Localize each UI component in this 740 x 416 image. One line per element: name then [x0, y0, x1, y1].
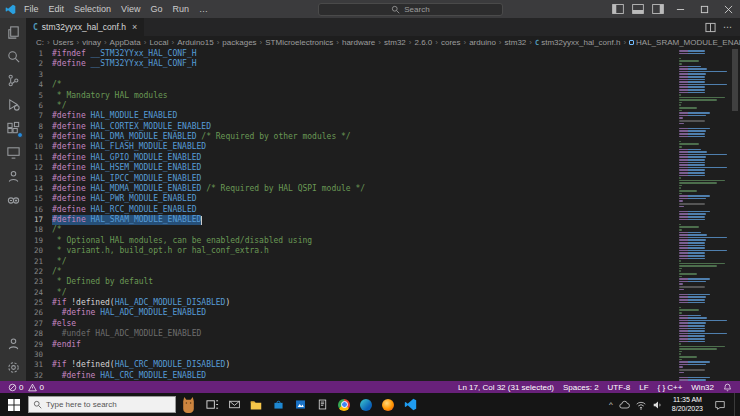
- command-center-search[interactable]: Search: [318, 3, 503, 16]
- code-line-27[interactable]: 27#else: [26, 319, 676, 329]
- sidebar-item-explorer[interactable]: [0, 20, 26, 44]
- code-line-2[interactable]: 2#define __STM32YYxx_HAL_CONF_H: [26, 59, 676, 69]
- hidden-icons-chevron[interactable]: ^: [609, 400, 613, 409]
- scrollbar-thumb[interactable]: [732, 49, 738, 111]
- photos-icon[interactable]: [289, 393, 311, 416]
- code-line-10[interactable]: 10#define HAL_FLASH_MODULE_ENABLED: [26, 142, 676, 152]
- onedrive-cloud-icon[interactable]: [618, 399, 630, 411]
- breadcrumb-item[interactable]: Cstm32yyxx_hal_conf.h: [535, 38, 620, 47]
- file-explorer-icon[interactable]: [245, 393, 267, 416]
- breadcrumb-item[interactable]: packages: [222, 38, 256, 47]
- problems-status[interactable]: 0 0: [8, 383, 44, 392]
- breadcrumb-item[interactable]: stm32: [384, 38, 406, 47]
- menu-go[interactable]: Go: [145, 4, 167, 14]
- menu-file[interactable]: File: [19, 4, 44, 14]
- code-line-31[interactable]: 31#if !defined(HAL_CRC_MODULE_DISABLED): [26, 360, 676, 370]
- sidebar-item-source-control[interactable]: [0, 68, 26, 92]
- sidebar-item-run-and-debug[interactable]: [0, 92, 26, 116]
- tab-stm32yyxx-hal-conf[interactable]: C stm32yyxx_hal_conf.h ×: [26, 18, 144, 36]
- notifications-bell-icon[interactable]: [723, 383, 732, 392]
- code-line-12[interactable]: 12#define HAL_HSEM_MODULE_ENABLED: [26, 163, 676, 173]
- store-icon[interactable]: [267, 393, 289, 416]
- cpp-configuration-status[interactable]: Win32: [691, 383, 714, 392]
- sidebar-item-live-share[interactable]: [0, 164, 26, 188]
- breadcrumb-item[interactable]: stm32: [505, 38, 527, 47]
- minimize-button[interactable]: [668, 0, 692, 18]
- code-line-30[interactable]: 30: [26, 350, 676, 360]
- breadcrumb-item[interactable]: Users: [53, 38, 74, 47]
- sidebar-item-search[interactable]: [0, 44, 26, 68]
- code-line-29[interactable]: 29#endif: [26, 340, 676, 350]
- chrome-icon[interactable]: [333, 393, 355, 416]
- code-line-11[interactable]: 11#define HAL_GPIO_MODULE_ENABLED: [26, 153, 676, 163]
- breadcrumb-item[interactable]: hardware: [342, 38, 375, 47]
- code-line-28[interactable]: 28 #undef HAL_ADC_MODULE_ENABLED: [26, 329, 676, 339]
- code-line-8[interactable]: 8#define HAL_CORTEX_MODULE_ENABLED: [26, 122, 676, 132]
- menu-run[interactable]: Run: [167, 4, 194, 14]
- breadcrumb-item[interactable]: Local: [149, 38, 168, 47]
- code-line-16[interactable]: 16#define HAL_RCC_MODULE_ENABLED: [26, 205, 676, 215]
- code-line-15[interactable]: 15#define HAL_PWR_MODULE_ENABLED: [26, 194, 676, 204]
- toggle-primary-sidebar-icon[interactable]: [608, 4, 628, 14]
- code-line-7[interactable]: 7#define HAL_MODULE_ENABLED: [26, 111, 676, 121]
- code-line-1[interactable]: 1#ifndef __STM32YYxx_HAL_CONF_H: [26, 49, 676, 59]
- close-tab-icon[interactable]: ×: [132, 22, 137, 32]
- code-line-3[interactable]: 3: [26, 70, 676, 80]
- code-line-21[interactable]: 21 */: [26, 257, 676, 267]
- close-window-button[interactable]: [716, 0, 740, 18]
- breadcrumb-item[interactable]: arduino: [469, 38, 496, 47]
- code-line-13[interactable]: 13#define HAL_IPCC_MODULE_ENABLED: [26, 174, 676, 184]
- code-line-26[interactable]: 26 #define HAL_ADC_MODULE_ENABLED: [26, 308, 676, 318]
- minimap[interactable]: [676, 49, 730, 381]
- menu-selection[interactable]: Selection: [69, 4, 116, 14]
- split-editor-icon[interactable]: [705, 22, 716, 33]
- breadcrumb-item[interactable]: cores: [441, 38, 461, 47]
- toggle-panel-icon[interactable]: [628, 4, 648, 14]
- code-line-4[interactable]: 4/*: [26, 80, 676, 90]
- edge-icon[interactable]: [355, 393, 377, 416]
- more-actions-icon[interactable]: ⋯: [723, 22, 732, 32]
- firefox-icon[interactable]: [377, 393, 399, 416]
- action-center-icon[interactable]: [711, 399, 729, 411]
- code-line-25[interactable]: 25#if !defined(HAL_ADC_MODULE_DISABLED): [26, 298, 676, 308]
- code-line-23[interactable]: 23 * Defined by default: [26, 277, 676, 287]
- taskbar-clock[interactable]: 11:35 AM 8/20/2023: [669, 396, 706, 414]
- code-line-22[interactable]: 22/*: [26, 267, 676, 277]
- menu-more[interactable]: …: [194, 4, 213, 14]
- start-button[interactable]: [0, 393, 28, 416]
- code-line-6[interactable]: 6 */: [26, 101, 676, 111]
- language-status[interactable]: { } C++: [658, 383, 683, 392]
- code-line-18[interactable]: 18/*: [26, 225, 676, 235]
- encoding-status[interactable]: UTF-8: [608, 383, 631, 392]
- indentation-status[interactable]: Spaces: 2: [563, 383, 599, 392]
- settings-gear-icon[interactable]: [0, 355, 26, 379]
- breadcrumb-item[interactable]: AppData: [110, 38, 141, 47]
- wifi-icon[interactable]: [635, 399, 647, 411]
- sidebar-item-arduino[interactable]: [0, 188, 26, 212]
- menu-view[interactable]: View: [116, 4, 145, 14]
- code-line-14[interactable]: 14#define HAL_MDMA_MODULE_ENABLED /* Req…: [26, 184, 676, 194]
- notepad-icon[interactable]: [311, 393, 333, 416]
- sidebar-item-remote-explorer[interactable]: [0, 140, 26, 164]
- show-desktop-button[interactable]: [734, 393, 738, 416]
- breadcrumb-item[interactable]: vinay: [82, 38, 101, 47]
- mail-icon[interactable]: [223, 393, 245, 416]
- code-line-17[interactable]: 17#define HAL_SRAM_MODULE_ENABLED: [26, 215, 676, 225]
- breadcrumb-item[interactable]: C:: [36, 38, 44, 47]
- breadcrumb-item[interactable]: Arduino15: [177, 38, 213, 47]
- code-line-32[interactable]: 32 #define HAL_CRC_MODULE_ENABLED: [26, 371, 676, 381]
- taskbar-search-input[interactable]: Type here to search: [28, 396, 176, 413]
- breadcrumb-item[interactable]: STMicroelectronics: [265, 38, 333, 47]
- maximize-button[interactable]: [692, 0, 716, 18]
- code-line-24[interactable]: 24 */: [26, 288, 676, 298]
- toggle-secondary-sidebar-icon[interactable]: [648, 4, 668, 14]
- sidebar-item-extensions[interactable]: [0, 116, 26, 140]
- cursor-position-status[interactable]: Ln 17, Col 32 (31 selected): [458, 383, 554, 392]
- task-view-icon[interactable]: [201, 393, 223, 416]
- account-icon[interactable]: [0, 331, 26, 355]
- menu-edit[interactable]: Edit: [44, 4, 70, 14]
- breadcrumb-item[interactable]: HAL_SRAM_MODULE_ENABLED: [629, 38, 740, 47]
- volume-icon[interactable]: [652, 399, 664, 411]
- code-line-19[interactable]: 19 * Optional HAL modules, can be enable…: [26, 236, 676, 246]
- code-line-9[interactable]: 9#define HAL_DMA_MODULE_ENABLED /* Requi…: [26, 132, 676, 142]
